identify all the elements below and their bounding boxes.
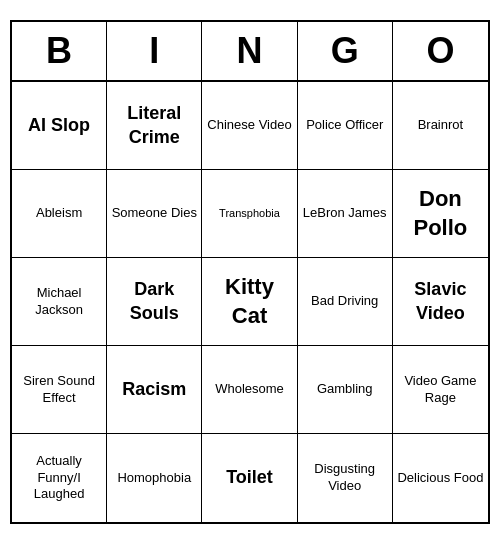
bingo-cell-11: Dark Souls [107,258,202,346]
bingo-cell-20: Actually Funny/I Laughed [12,434,107,522]
bingo-cell-7: Transphobia [202,170,297,258]
bingo-card: BINGO AI SlopLiteral CrimeChinese VideoP… [10,20,490,524]
bingo-cell-21: Homophobia [107,434,202,522]
bingo-cell-17: Wholesome [202,346,297,434]
bingo-cell-16: Racism [107,346,202,434]
header-letter-n: N [202,22,297,80]
bingo-cell-24: Delicious Food [393,434,488,522]
bingo-cell-3: Police Officer [298,82,393,170]
bingo-cell-18: Gambling [298,346,393,434]
header-letter-i: I [107,22,202,80]
header-letter-o: O [393,22,488,80]
bingo-cell-5: Ableism [12,170,107,258]
bingo-cell-13: Bad Driving [298,258,393,346]
bingo-header: BINGO [12,22,488,82]
bingo-cell-19: Video Game Rage [393,346,488,434]
bingo-cell-12: Kitty Cat [202,258,297,346]
header-letter-b: B [12,22,107,80]
bingo-cell-0: AI Slop [12,82,107,170]
bingo-cell-8: LeBron James [298,170,393,258]
bingo-cell-22: Toilet [202,434,297,522]
bingo-cell-15: Siren Sound Effect [12,346,107,434]
bingo-cell-1: Literal Crime [107,82,202,170]
bingo-cell-4: Brainrot [393,82,488,170]
bingo-cell-6: Someone Dies [107,170,202,258]
bingo-cell-14: Slavic Video [393,258,488,346]
bingo-grid: AI SlopLiteral CrimeChinese VideoPolice … [12,82,488,522]
header-letter-g: G [298,22,393,80]
bingo-cell-2: Chinese Video [202,82,297,170]
bingo-cell-10: Michael Jackson [12,258,107,346]
bingo-cell-9: Don Pollo [393,170,488,258]
bingo-cell-23: Disgusting Video [298,434,393,522]
